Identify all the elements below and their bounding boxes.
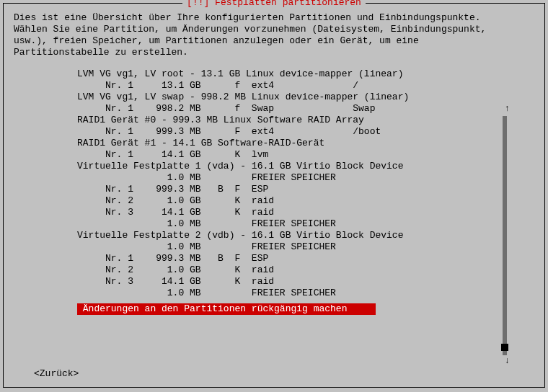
list-item[interactable]: Nr. 1 999.3 MB B F ESP [77,253,501,264]
list-item[interactable]: RAID1 Gerät #1 - 14.1 GB Software-RAID-G… [77,138,501,149]
back-button[interactable]: <Zurück> [34,368,79,380]
scroll-down-icon[interactable]: ↓ [505,355,510,367]
list-item[interactable]: RAID1 Gerät #0 - 999.3 MB Linux Software… [77,115,501,126]
list-item[interactable]: Nr. 1 999.3 MB B F ESP [77,184,501,195]
list-item[interactable]: Nr. 3 14.1 GB K raid [77,207,501,218]
intro-text: Dies ist eine Übersicht über Ihre konfig… [14,12,534,58]
dialog-title: [!!] Festplatten partitionieren [182,0,366,9]
list-item[interactable]: Nr. 2 1.0 GB K raid [77,195,501,207]
list-item[interactable]: Nr. 1 999.3 MB F ext4 /boot [77,126,501,138]
list-item[interactable]: LVM VG vg1, LV root - 13.1 GB Linux devi… [77,68,501,80]
list-item[interactable]: 1.0 MB FREIER SPEICHER [77,241,501,253]
list-item[interactable]: Nr. 1 13.1 GB f ext4 / [77,80,501,92]
scroll-up-icon[interactable]: ↑ [505,103,510,115]
partition-dialog: [!!] Festplatten partitionieren Dies ist… [3,3,545,388]
list-item[interactable]: 1.0 MB FREIER SPEICHER [77,218,501,230]
list-item[interactable]: LVM VG vg1, LV swap - 998.2 MB Linux dev… [77,92,501,103]
list-item[interactable]: 1.0 MB FREIER SPEICHER [77,288,501,299]
selected-action-undo[interactable]: Änderungen an den Partitionen rückgängig… [77,303,376,315]
list-item[interactable]: Nr. 3 14.1 GB K raid [77,276,501,288]
list-item[interactable]: Nr. 2 1.0 GB K raid [77,264,501,276]
list-item[interactable]: Virtuelle Festplatte 1 (vda) - 16.1 GB V… [77,161,501,172]
list-item[interactable]: 1.0 MB FREIER SPEICHER [77,172,501,184]
list-item[interactable]: Nr. 1 998.2 MB f Swap Swap [77,103,501,115]
list-item[interactable]: Nr. 1 14.1 GB K lvm [77,149,501,161]
scrollbar[interactable] [503,116,507,355]
list-item[interactable]: Virtuelle Festplatte 2 (vdb) - 16.1 GB V… [77,230,501,241]
partition-list[interactable]: LVM VG vg1, LV root - 13.1 GB Linux devi… [77,68,501,299]
scrollbar-thumb[interactable] [501,344,508,351]
